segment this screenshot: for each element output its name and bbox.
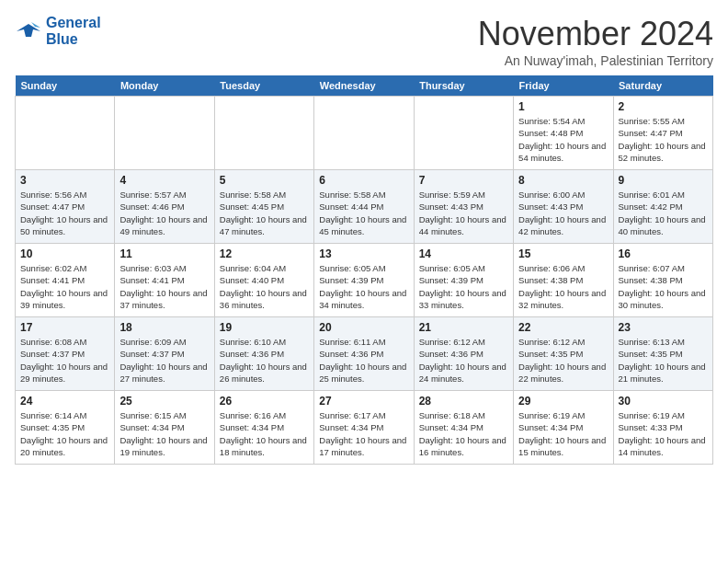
- day-number: 14: [419, 247, 508, 260]
- day-number: 23: [619, 321, 708, 334]
- day-number: 26: [220, 395, 309, 408]
- logo-icon: [15, 20, 42, 42]
- calendar-week-5: 24Sunrise: 6:14 AM Sunset: 4:35 PM Dayli…: [16, 391, 713, 465]
- calendar-cell: 3Sunrise: 5:56 AM Sunset: 4:47 PM Daylig…: [16, 170, 115, 244]
- day-info: Sunrise: 6:18 AM Sunset: 4:34 PM Dayligh…: [419, 409, 508, 458]
- day-info: Sunrise: 6:12 AM Sunset: 4:35 PM Dayligh…: [518, 336, 608, 385]
- title-section: November 2024 An Nuway'imah, Palestinian…: [478, 15, 713, 68]
- calendar-cell: 13Sunrise: 6:05 AM Sunset: 4:39 PM Dayli…: [314, 244, 414, 317]
- day-info: Sunrise: 6:07 AM Sunset: 4:38 PM Dayligh…: [619, 262, 708, 311]
- day-number: 8: [518, 174, 608, 187]
- calendar-cell: 23Sunrise: 6:13 AM Sunset: 4:35 PM Dayli…: [613, 317, 712, 391]
- calendar-cell: 22Sunrise: 6:12 AM Sunset: 4:35 PM Dayli…: [514, 317, 613, 391]
- calendar-cell: 29Sunrise: 6:19 AM Sunset: 4:34 PM Dayli…: [514, 391, 613, 465]
- day-number: 20: [319, 321, 408, 334]
- day-number: 11: [119, 247, 209, 260]
- calendar-cell: 10Sunrise: 6:02 AM Sunset: 4:41 PM Dayli…: [16, 244, 115, 317]
- calendar-cell: 17Sunrise: 6:08 AM Sunset: 4:37 PM Dayli…: [16, 317, 115, 391]
- day-number: 27: [319, 395, 408, 408]
- weekday-header-monday: Monday: [115, 75, 214, 97]
- day-number: 25: [119, 395, 209, 408]
- day-info: Sunrise: 6:00 AM Sunset: 4:43 PM Dayligh…: [518, 189, 608, 237]
- day-info: Sunrise: 6:16 AM Sunset: 4:34 PM Dayligh…: [220, 409, 309, 458]
- day-number: 28: [419, 395, 508, 408]
- calendar-cell: 24Sunrise: 6:14 AM Sunset: 4:35 PM Dayli…: [16, 391, 115, 465]
- day-info: Sunrise: 6:19 AM Sunset: 4:34 PM Dayligh…: [518, 409, 608, 458]
- day-number: 10: [20, 247, 109, 260]
- calendar-cell: [214, 97, 313, 170]
- day-number: 7: [419, 174, 508, 187]
- calendar-week-3: 10Sunrise: 6:02 AM Sunset: 4:41 PM Dayli…: [16, 244, 713, 317]
- day-info: Sunrise: 6:09 AM Sunset: 4:37 PM Dayligh…: [119, 336, 209, 385]
- calendar-cell: 11Sunrise: 6:03 AM Sunset: 4:41 PM Dayli…: [115, 244, 214, 317]
- page-header: General Blue November 2024 An Nuway'imah…: [15, 15, 713, 68]
- calendar-cell: [314, 97, 414, 170]
- day-info: Sunrise: 6:14 AM Sunset: 4:35 PM Dayligh…: [20, 409, 109, 458]
- weekday-header-thursday: Thursday: [414, 75, 513, 97]
- calendar-cell: 12Sunrise: 6:04 AM Sunset: 4:40 PM Dayli…: [214, 244, 313, 317]
- calendar-table: SundayMondayTuesdayWednesdayThursdayFrid…: [15, 75, 713, 465]
- calendar-cell: 6Sunrise: 5:58 AM Sunset: 4:44 PM Daylig…: [314, 170, 414, 244]
- day-info: Sunrise: 6:02 AM Sunset: 4:41 PM Dayligh…: [20, 262, 109, 311]
- day-info: Sunrise: 5:54 AM Sunset: 4:48 PM Dayligh…: [518, 115, 608, 164]
- day-info: Sunrise: 6:10 AM Sunset: 4:36 PM Dayligh…: [220, 336, 309, 385]
- day-info: Sunrise: 6:08 AM Sunset: 4:37 PM Dayligh…: [20, 336, 109, 385]
- calendar-cell: [115, 97, 214, 170]
- day-info: Sunrise: 6:04 AM Sunset: 4:40 PM Dayligh…: [220, 262, 309, 311]
- calendar-cell: 18Sunrise: 6:09 AM Sunset: 4:37 PM Dayli…: [115, 317, 214, 391]
- day-number: 19: [220, 321, 309, 334]
- weekday-header-saturday: Saturday: [613, 75, 712, 97]
- calendar-cell: 15Sunrise: 6:06 AM Sunset: 4:38 PM Dayli…: [514, 244, 613, 317]
- day-info: Sunrise: 6:05 AM Sunset: 4:39 PM Dayligh…: [419, 262, 508, 311]
- day-info: Sunrise: 6:19 AM Sunset: 4:33 PM Dayligh…: [619, 409, 708, 458]
- day-info: Sunrise: 6:03 AM Sunset: 4:41 PM Dayligh…: [119, 262, 209, 311]
- day-info: Sunrise: 6:06 AM Sunset: 4:38 PM Dayligh…: [518, 262, 608, 311]
- month-title: November 2024: [478, 15, 713, 53]
- calendar-cell: 19Sunrise: 6:10 AM Sunset: 4:36 PM Dayli…: [214, 317, 313, 391]
- calendar-cell: 27Sunrise: 6:17 AM Sunset: 4:34 PM Dayli…: [314, 391, 414, 465]
- day-number: 15: [518, 247, 608, 260]
- calendar-cell: 21Sunrise: 6:12 AM Sunset: 4:36 PM Dayli…: [414, 317, 513, 391]
- day-info: Sunrise: 6:12 AM Sunset: 4:36 PM Dayligh…: [419, 336, 508, 385]
- weekday-header-sunday: Sunday: [16, 75, 115, 97]
- day-number: 22: [518, 321, 608, 334]
- calendar-week-4: 17Sunrise: 6:08 AM Sunset: 4:37 PM Dayli…: [16, 317, 713, 391]
- day-info: Sunrise: 6:11 AM Sunset: 4:36 PM Dayligh…: [319, 336, 408, 385]
- day-info: Sunrise: 5:55 AM Sunset: 4:47 PM Dayligh…: [619, 115, 708, 164]
- calendar-cell: 28Sunrise: 6:18 AM Sunset: 4:34 PM Dayli…: [414, 391, 513, 465]
- calendar-cell: 25Sunrise: 6:15 AM Sunset: 4:34 PM Dayli…: [115, 391, 214, 465]
- day-number: 1: [518, 100, 608, 113]
- day-info: Sunrise: 5:57 AM Sunset: 4:46 PM Dayligh…: [119, 189, 209, 237]
- weekday-header-tuesday: Tuesday: [214, 75, 313, 97]
- weekday-header-friday: Friday: [514, 75, 613, 97]
- day-info: Sunrise: 6:01 AM Sunset: 4:42 PM Dayligh…: [619, 189, 708, 237]
- calendar-week-2: 3Sunrise: 5:56 AM Sunset: 4:47 PM Daylig…: [16, 170, 713, 244]
- calendar-cell: 1Sunrise: 5:54 AM Sunset: 4:48 PM Daylig…: [514, 97, 613, 170]
- calendar-cell: 8Sunrise: 6:00 AM Sunset: 4:43 PM Daylig…: [514, 170, 613, 244]
- day-number: 3: [20, 174, 109, 187]
- calendar-cell: [414, 97, 513, 170]
- calendar-week-1: 1Sunrise: 5:54 AM Sunset: 4:48 PM Daylig…: [16, 97, 713, 170]
- calendar-cell: 14Sunrise: 6:05 AM Sunset: 4:39 PM Dayli…: [414, 244, 513, 317]
- weekday-header-wednesday: Wednesday: [314, 75, 414, 97]
- weekday-header-row: SundayMondayTuesdayWednesdayThursdayFrid…: [16, 75, 713, 97]
- day-number: 2: [619, 100, 708, 113]
- day-number: 6: [319, 174, 408, 187]
- day-number: 5: [220, 174, 309, 187]
- calendar-cell: 5Sunrise: 5:58 AM Sunset: 4:45 PM Daylig…: [214, 170, 313, 244]
- day-number: 29: [518, 395, 608, 408]
- calendar-cell: 20Sunrise: 6:11 AM Sunset: 4:36 PM Dayli…: [314, 317, 414, 391]
- day-info: Sunrise: 6:13 AM Sunset: 4:35 PM Dayligh…: [619, 336, 708, 385]
- day-info: Sunrise: 5:56 AM Sunset: 4:47 PM Dayligh…: [20, 189, 109, 237]
- logo: General Blue: [15, 15, 101, 48]
- calendar-cell: 2Sunrise: 5:55 AM Sunset: 4:47 PM Daylig…: [613, 97, 712, 170]
- calendar-cell: 4Sunrise: 5:57 AM Sunset: 4:46 PM Daylig…: [115, 170, 214, 244]
- day-number: 18: [119, 321, 209, 334]
- day-number: 4: [119, 174, 209, 187]
- day-info: Sunrise: 6:05 AM Sunset: 4:39 PM Dayligh…: [319, 262, 408, 311]
- calendar-cell: 30Sunrise: 6:19 AM Sunset: 4:33 PM Dayli…: [613, 391, 712, 465]
- day-number: 16: [619, 247, 708, 260]
- day-info: Sunrise: 5:58 AM Sunset: 4:44 PM Dayligh…: [319, 189, 408, 237]
- calendar-cell: 16Sunrise: 6:07 AM Sunset: 4:38 PM Dayli…: [613, 244, 712, 317]
- calendar-cell: 9Sunrise: 6:01 AM Sunset: 4:42 PM Daylig…: [613, 170, 712, 244]
